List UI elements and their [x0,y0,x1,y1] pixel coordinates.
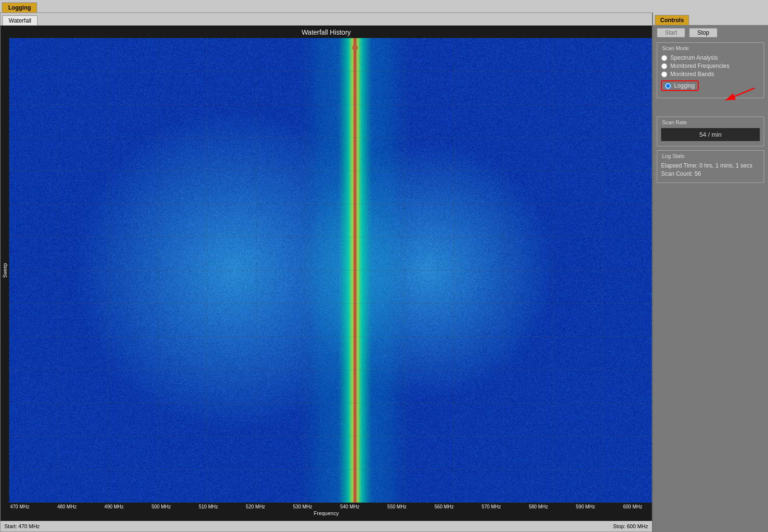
radio-monitored-bands-input[interactable] [661,71,667,78]
radio-spectrum-input[interactable] [661,55,667,61]
freq-tick: 500 MHz [142,504,181,509]
elapsed-label: Elapsed Time: [661,162,698,169]
radio-monitored-bands-label: Monitored Bands [670,71,714,78]
arrow-annotation [711,86,759,105]
main-layout: Waterfall Waterfall History Sweep 470 MH… [0,13,768,532]
scan-rate-value: 54 / min [661,128,760,141]
logging-highlight[interactable]: Logging [661,80,699,91]
scan-rate-section: Scan Rate 54 / min [657,117,764,146]
elapsed-value: 0 hrs, 1 mins, 1 secs [699,162,752,169]
log-stats-section: Log Stats Elapsed Time: 0 hrs, 1 mins, 1… [657,150,764,183]
waterfall-tab[interactable]: Waterfall [2,15,38,26]
freq-tick: 580 MHz [519,504,558,509]
freq-tick: 560 MHz [425,504,463,509]
radio-monitored-freq[interactable]: Monitored Frequencies [661,63,760,69]
scan-count-row: Scan Count: 56 [661,170,760,177]
freq-axis-label: Frequency [0,509,652,517]
stop-button[interactable]: Stop [689,28,717,38]
start-button[interactable]: Start [657,28,685,38]
elapsed-time-row: Elapsed Time: 0 hrs, 1 mins, 1 secs [661,162,760,169]
freq-tick: 520 MHz [236,504,275,509]
freq-tick: 530 MHz [284,504,322,509]
log-stats-title: Log Stats [661,153,685,159]
waterfall-canvas-area: Sweep [0,38,652,503]
freq-axis: 470 MHz480 MHz490 MHz500 MHz510 MHz520 M… [0,503,652,521]
left-panel: Waterfall Waterfall History Sweep 470 MH… [0,13,652,532]
radio-spectrum-label: Spectrum Analysis [670,54,718,61]
scan-count-label: Scan Count: [661,170,693,177]
radio-monitored-freq-label: Monitored Frequencies [670,63,729,69]
radio-monitored-freq-input[interactable] [661,63,667,69]
freq-tick: 470 MHz [0,504,39,509]
waterfall-canvas [9,38,652,503]
status-stop: Stop: 600 MHz [613,523,648,529]
scan-rate-title: Scan Rate [661,119,688,125]
scan-count-value: 56 [694,170,701,177]
logging-tab[interactable]: Logging [2,2,37,13]
freq-tick: 550 MHz [377,504,416,509]
freq-tick: 540 MHz [330,504,369,509]
freq-tick: 570 MHz [472,504,510,509]
radio-spectrum[interactable]: Spectrum Analysis [661,54,760,61]
waterfall-tab-bar: Waterfall [0,13,652,26]
status-bar: Start: 470 MHz Stop: 600 MHz [0,521,652,532]
freq-tick: 480 MHz [48,504,86,509]
freq-tick: 590 MHz [566,504,605,509]
top-tab-bar: Logging [0,0,768,13]
right-panel: Controls Start Stop Scan Mode Spectrum A… [652,13,768,532]
sweep-label: Sweep [0,38,9,503]
svg-line-1 [726,88,755,100]
scan-mode-title: Scan Mode [661,45,690,51]
radio-logging-input[interactable] [665,83,671,89]
radio-monitored-bands[interactable]: Monitored Bands [661,71,760,78]
waterfall-title: Waterfall History [0,26,652,38]
controls-tab-bar: Controls [653,13,768,25]
controls-tab[interactable]: Controls [655,15,689,25]
arrow-container [657,100,764,115]
freq-tick: 510 MHz [189,504,228,509]
freq-ticks: 470 MHz480 MHz490 MHz500 MHz510 MHz520 M… [0,503,652,509]
radio-logging-label: Logging [674,82,695,89]
controls-buttons: Start Stop [653,25,768,40]
freq-tick: 600 MHz [613,504,652,509]
status-start: Start: 470 MHz [4,523,39,529]
freq-tick: 490 MHz [95,504,133,509]
waterfall-container: Waterfall History Sweep 470 MHz480 MHz49… [0,26,652,521]
